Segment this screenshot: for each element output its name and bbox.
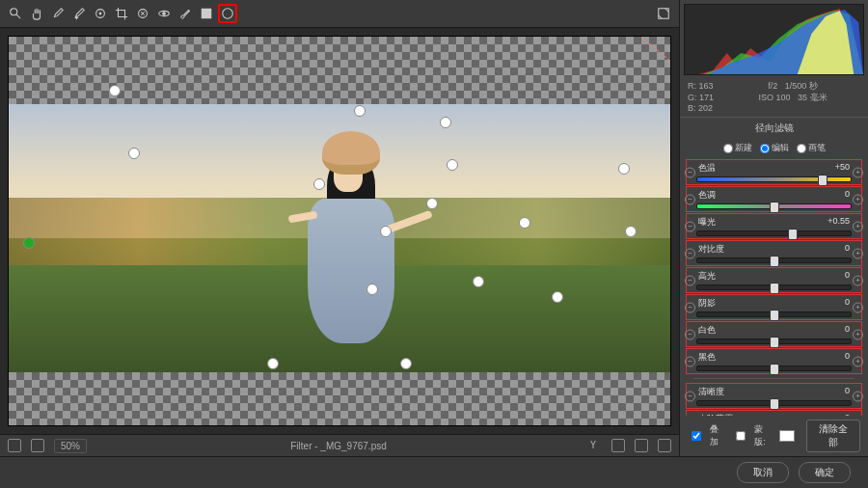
plus-icon[interactable]: + (853, 391, 863, 401)
filter-pin[interactable] (473, 276, 484, 287)
swap-icon[interactable] (611, 439, 625, 452)
mask-checkbox[interactable] (736, 431, 746, 441)
slider-track[interactable] (696, 285, 852, 290)
mode-new[interactable]: 新建 (723, 142, 752, 154)
copy-settings-icon[interactable] (635, 439, 648, 452)
grid-icon[interactable] (8, 439, 21, 452)
slider-shadows[interactable]: −+阴影0 (686, 294, 862, 320)
filter-pin[interactable] (618, 163, 630, 175)
minus-icon[interactable]: − (685, 329, 695, 339)
spot-removal-tool[interactable] (133, 4, 152, 23)
filter-pin[interactable] (128, 148, 140, 159)
mask-color-swatch[interactable] (779, 430, 794, 442)
svg-point-0 (11, 9, 17, 15)
preview-toggle[interactable] (654, 4, 673, 23)
clear-all-button[interactable]: 清除全部 (806, 420, 860, 452)
filter-pin[interactable] (440, 117, 451, 128)
slider-thumb[interactable] (770, 256, 779, 267)
target-adjust-tool[interactable] (91, 4, 110, 23)
slider-thumb[interactable] (818, 175, 827, 186)
filter-pin[interactable] (313, 178, 325, 190)
slider-tint[interactable]: −+色调0 (686, 186, 862, 212)
color-sampler-tool[interactable] (69, 4, 89, 23)
minus-icon[interactable]: − (685, 248, 695, 258)
plus-icon[interactable]: + (853, 167, 863, 177)
ok-button[interactable]: 确定 (799, 462, 851, 483)
minus-icon[interactable]: − (685, 302, 695, 312)
mode-edit[interactable]: 编辑 (760, 142, 789, 154)
slider-thumb[interactable] (770, 310, 779, 321)
slider-track[interactable] (696, 366, 852, 371)
overlay-checkbox[interactable] (692, 431, 701, 441)
before-after-y-icon[interactable]: Y (590, 440, 602, 451)
slider-dehaze[interactable]: −+去除薄雾0 (686, 410, 862, 416)
filter-pin[interactable] (447, 159, 458, 171)
filter-pin[interactable] (354, 105, 366, 117)
redeye-tool[interactable] (154, 4, 174, 23)
filter-pin[interactable] (380, 226, 392, 237)
slider-thumb[interactable] (770, 398, 779, 410)
filter-pin[interactable] (552, 291, 563, 303)
slider-track[interactable] (696, 203, 852, 209)
filter-pin[interactable] (109, 85, 121, 96)
slider-whites[interactable]: −+白色0 (686, 321, 862, 347)
slider-clarity[interactable]: −+清晰度0 (686, 383, 862, 409)
slider-highlights[interactable]: −+高光0 (686, 267, 862, 293)
slider-track[interactable] (696, 312, 852, 317)
filter-pin[interactable] (625, 226, 637, 237)
filter-pin[interactable] (426, 198, 438, 209)
histogram[interactable] (684, 4, 864, 75)
white-balance-tool[interactable] (48, 4, 68, 23)
slider-temp[interactable]: −+色温+50 (686, 159, 862, 185)
slider-value: +0.55 (827, 216, 850, 229)
plus-icon[interactable]: + (853, 194, 863, 204)
minus-icon[interactable]: − (685, 391, 695, 401)
slider-track[interactable] (696, 258, 852, 263)
minus-icon[interactable]: − (685, 356, 695, 366)
plus-icon[interactable]: + (853, 248, 863, 258)
zoom-level[interactable]: 50% (54, 439, 87, 453)
slider-blacks[interactable]: −+黑色0 (686, 348, 862, 374)
minus-icon[interactable]: − (685, 275, 695, 285)
slider-thumb[interactable] (788, 229, 798, 240)
adjustment-brush-tool[interactable] (176, 4, 195, 23)
minus-icon[interactable]: − (685, 221, 695, 231)
compare-icon[interactable] (31, 439, 44, 452)
slider-label: 对比度 (698, 243, 724, 256)
slider-track[interactable] (696, 339, 852, 344)
radial-filter-tool[interactable] (218, 4, 237, 23)
svg-point-7 (223, 9, 233, 19)
plus-icon[interactable]: + (853, 275, 863, 285)
slider-thumb[interactable] (770, 202, 779, 213)
filter-pin[interactable] (400, 358, 412, 369)
filter-pin[interactable] (366, 284, 378, 295)
slider-thumb[interactable] (770, 337, 779, 348)
slider-track[interactable] (696, 230, 852, 236)
toggle-icon[interactable] (658, 439, 671, 452)
minus-icon[interactable]: − (685, 167, 695, 177)
plus-icon[interactable]: + (853, 221, 863, 231)
zoom-tool[interactable] (6, 4, 25, 23)
graduated-filter-tool[interactable] (197, 4, 216, 23)
minus-icon[interactable]: − (685, 194, 695, 204)
filter-pin[interactable] (267, 358, 279, 369)
canvas-viewport[interactable] (8, 36, 671, 426)
transparency-bottom (9, 372, 670, 425)
plus-icon[interactable]: + (853, 356, 863, 366)
slider-thumb[interactable] (770, 283, 779, 294)
crop-tool[interactable] (112, 4, 131, 23)
plus-icon[interactable]: + (853, 329, 863, 339)
slider-value: 0 (845, 189, 850, 202)
plus-icon[interactable]: + (853, 302, 863, 312)
filter-pin[interactable] (519, 217, 530, 229)
slider-thumb[interactable] (770, 364, 779, 375)
filter-pin[interactable] (23, 237, 35, 249)
toolbar (0, 0, 679, 28)
mode-brush[interactable]: 画笔 (797, 142, 826, 154)
slider-exposure[interactable]: −+曝光+0.55 (686, 213, 862, 239)
slider-track[interactable] (696, 176, 852, 182)
slider-track[interactable] (696, 400, 852, 406)
cancel-button[interactable]: 取消 (737, 462, 789, 483)
hand-tool[interactable] (27, 4, 46, 23)
slider-contrast[interactable]: −+对比度0 (686, 240, 862, 266)
